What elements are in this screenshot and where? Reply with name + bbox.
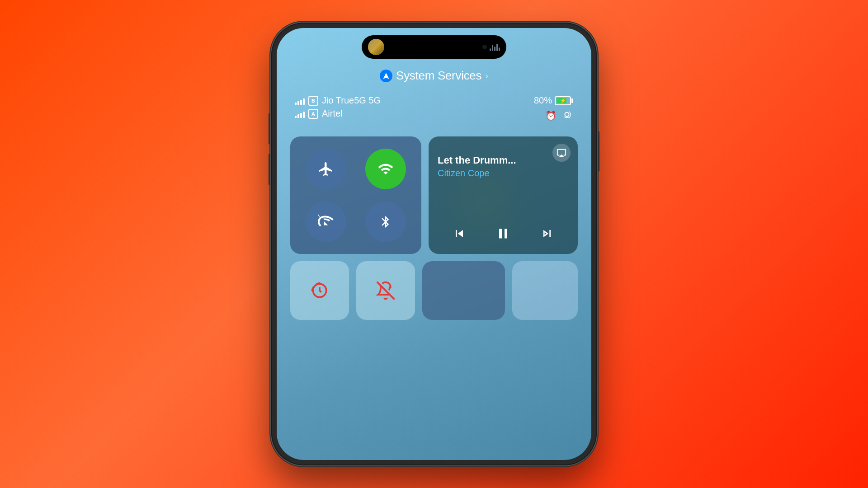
orientation-icon-svg — [562, 111, 572, 121]
system-services-label: System Services — [396, 69, 481, 83]
battery-body: ⚡ — [555, 96, 571, 105]
next-track-button[interactable] — [540, 226, 554, 244]
sig1-bar3 — [300, 100, 302, 105]
di-left — [368, 39, 384, 55]
bluetooth-button[interactable] — [365, 202, 406, 242]
bluetooth-icon — [379, 215, 392, 229]
silent-mode-button[interactable] — [356, 261, 415, 320]
battery-bolt-icon: ⚡ — [560, 98, 566, 104]
di-bar-1 — [490, 48, 491, 51]
track-info: Let the Drumm... Citizen Cope — [438, 155, 569, 178]
wireless-cell[interactable] — [299, 198, 353, 245]
sig1-bar2 — [297, 101, 299, 105]
carrier1-badge: B — [308, 96, 318, 106]
location-arrow-icon — [382, 72, 390, 80]
dynamic-island — [362, 35, 506, 59]
bluetooth-cell[interactable] — [359, 198, 412, 245]
screen-lock-button[interactable] — [290, 261, 349, 320]
pause-button[interactable] — [495, 225, 511, 245]
power-button[interactable] — [597, 131, 599, 172]
wifi-cell[interactable] — [359, 145, 412, 192]
next-icon — [540, 226, 554, 241]
battery-nub — [571, 99, 573, 103]
di-audio-bars — [490, 43, 500, 51]
di-bar-5 — [499, 47, 500, 51]
prev-icon — [452, 226, 467, 241]
airplane-button[interactable] — [306, 149, 346, 189]
carrier1-row: B Jio True5G 5G — [295, 95, 381, 106]
screen-lock-icon — [310, 281, 330, 300]
carrier2-signal-bars — [295, 110, 305, 118]
di-bar-3 — [494, 47, 495, 51]
controls-row: Let the Drumm... Citizen Cope — [290, 136, 578, 254]
airplane-cell[interactable] — [299, 145, 353, 192]
wifi-button[interactable] — [365, 149, 406, 189]
location-icon — [380, 70, 392, 82]
battery-info: 80% ⚡ ⏰ — [534, 95, 573, 122]
location-row[interactable]: System Services › — [290, 69, 578, 83]
phone-screen: System Services › B Jio True5 — [277, 28, 591, 460]
screen-content: System Services › B Jio True5 — [277, 28, 591, 460]
sig2-bar4 — [303, 112, 305, 118]
status-icons-row: ⏰ — [544, 109, 573, 122]
di-avatar — [368, 39, 384, 55]
sig2-bar2 — [297, 114, 299, 118]
carrier2-name: Airtel — [322, 108, 343, 119]
orientation-lock-icon — [561, 109, 573, 122]
now-playing-tile: Let the Drumm... Citizen Cope — [429, 136, 578, 254]
brightness-tile[interactable] — [422, 261, 505, 320]
wireless-button[interactable] — [306, 202, 346, 242]
airplay-icon — [557, 148, 566, 158]
carrier2-row: A Airtel — [295, 108, 381, 119]
di-bar-4 — [496, 44, 498, 51]
battery-row: 80% ⚡ — [534, 95, 573, 106]
signal-info: B Jio True5G 5G A Airtel — [295, 95, 381, 119]
prev-track-button[interactable] — [452, 226, 467, 244]
sig2-bar1 — [295, 116, 297, 118]
sig1-bar1 — [295, 103, 297, 105]
battery-percent: 80% — [534, 95, 552, 106]
track-artist: Citizen Cope — [438, 168, 569, 178]
di-camera-dot — [482, 45, 487, 49]
location-chevron-icon: › — [485, 70, 488, 81]
phone-device: System Services › B Jio True5 — [271, 23, 597, 465]
wifi-icon — [377, 161, 394, 177]
airplane-icon — [318, 161, 334, 177]
di-right — [482, 43, 500, 51]
battery-icon: ⚡ — [555, 96, 573, 105]
carrier2-badge: A — [308, 109, 318, 119]
carrier1-signal-bars — [295, 97, 305, 105]
track-title: Let the Drumm... — [438, 155, 569, 166]
sig2-bar3 — [300, 113, 302, 118]
network-tile — [290, 136, 421, 254]
extra-tile — [512, 261, 578, 320]
wireless-off-icon — [318, 214, 334, 230]
di-bar-2 — [492, 45, 493, 51]
status-grid: B Jio True5G 5G A Airtel — [290, 95, 578, 122]
airplay-button[interactable] — [552, 144, 571, 162]
alarm-icon: ⏰ — [544, 109, 557, 122]
pause-icon — [495, 225, 511, 242]
silent-icon — [376, 281, 396, 300]
sig1-bar4 — [303, 99, 305, 105]
carrier1-name: Jio True5G 5G — [322, 95, 381, 106]
bottom-row — [290, 261, 578, 320]
playback-controls — [438, 225, 569, 245]
